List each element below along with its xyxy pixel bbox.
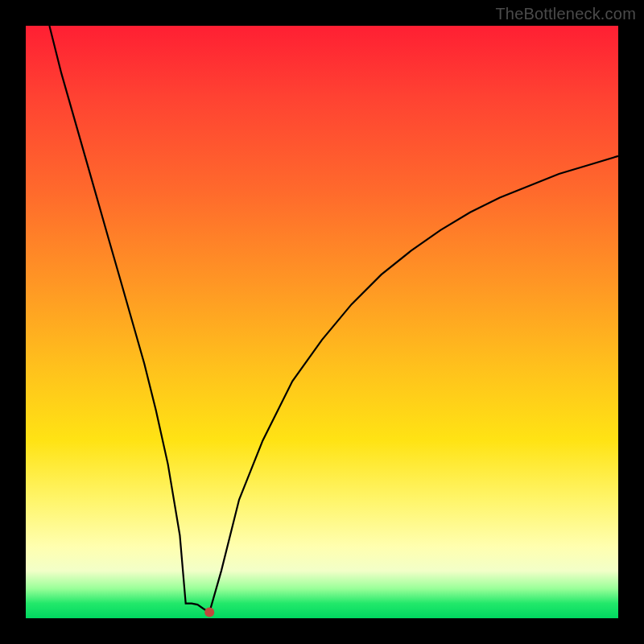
bottleneck-curve xyxy=(26,26,618,618)
minimum-marker xyxy=(204,608,214,617)
watermark-text: TheBottleneck.com xyxy=(495,5,636,23)
plot-area xyxy=(26,26,618,618)
curve-line xyxy=(49,26,618,613)
chart-frame: TheBottleneck.com xyxy=(0,0,644,644)
